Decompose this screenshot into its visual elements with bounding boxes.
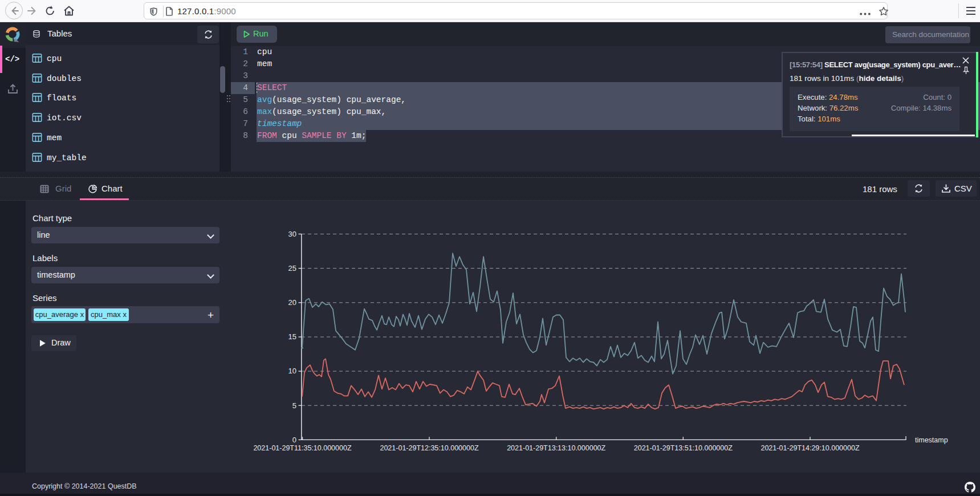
svg-text:2021-01-29T11:35:10.000000Z: 2021-01-29T11:35:10.000000Z <box>253 444 351 452</box>
svg-text:25: 25 <box>288 264 296 273</box>
svg-text:2021-01-29T14:29:10.000000Z: 2021-01-29T14:29:10.000000Z <box>761 444 859 452</box>
svg-text:2021-01-29T13:51:10.000000Z: 2021-01-29T13:51:10.000000Z <box>634 444 733 452</box>
svg-text:2021-01-29T13:13:10.000000Z: 2021-01-29T13:13:10.000000Z <box>507 444 605 452</box>
svg-text:30: 30 <box>288 230 296 238</box>
svg-text:15: 15 <box>288 332 296 341</box>
svg-text:20: 20 <box>288 298 296 307</box>
svg-text:timestamp: timestamp <box>915 436 948 444</box>
svg-text:2021-01-29T12:35:10.000000Z: 2021-01-29T12:35:10.000000Z <box>380 444 478 452</box>
svg-text:10: 10 <box>288 367 296 375</box>
svg-text:0: 0 <box>292 436 296 444</box>
svg-text:5: 5 <box>292 401 296 410</box>
